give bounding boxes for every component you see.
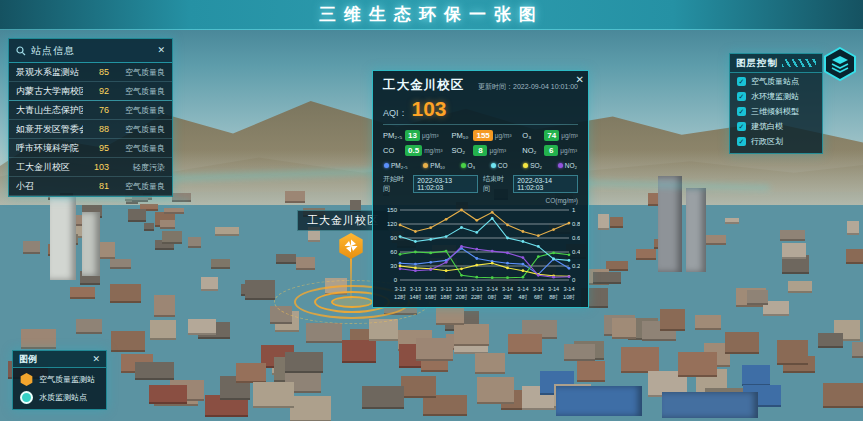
legend-dot bbox=[491, 163, 496, 168]
aqi-value: 103 bbox=[412, 97, 447, 121]
building-block bbox=[76, 319, 102, 334]
map-legend-panel: 图例 ✕ 空气质量监测站水质监测站点 bbox=[12, 350, 107, 410]
checkbox-checked-icon[interactable]: ✓ bbox=[737, 137, 746, 146]
layer-label: 行政区划 bbox=[751, 136, 783, 147]
chart-legend-item[interactable]: PM₂.₅ bbox=[384, 162, 408, 169]
chart-legend-item[interactable]: NO₂ bbox=[558, 162, 577, 169]
building-block bbox=[188, 237, 201, 248]
legend-item[interactable]: 水质监测站点 bbox=[13, 386, 106, 404]
building-block bbox=[201, 277, 218, 291]
building-block bbox=[660, 309, 685, 331]
station-status: 空气质量良 bbox=[113, 67, 165, 78]
svg-text:14时: 14时 bbox=[409, 294, 421, 300]
building-block bbox=[747, 290, 768, 305]
layer-panel-title: 图层控制 bbox=[736, 57, 778, 70]
svg-text:0.6: 0.6 bbox=[572, 235, 580, 241]
station-status: 轻度污染 bbox=[113, 162, 165, 173]
update-time: 更新时间：2022-09-04 10:01:00 bbox=[470, 82, 578, 92]
svg-text:0.2: 0.2 bbox=[572, 263, 580, 269]
pollutant-item: NO₂6μg/m³ bbox=[522, 145, 578, 156]
legend-item[interactable]: 空气质量监测站 bbox=[13, 368, 106, 386]
legend-label: CO bbox=[498, 162, 508, 169]
station-aqi-value: 92 bbox=[87, 86, 109, 96]
station-row[interactable]: 工大金川校区103轻度污染 bbox=[9, 158, 172, 177]
chart-legend-item[interactable]: SO₂ bbox=[523, 162, 542, 169]
pollutant-name: PM₁₀ bbox=[451, 131, 471, 140]
pollutant-unit: μg/m³ bbox=[561, 132, 578, 139]
close-icon[interactable]: ✕ bbox=[157, 46, 165, 55]
checkbox-checked-icon[interactable]: ✓ bbox=[737, 122, 746, 131]
layer-toggle-row[interactable]: ✓空气质量站点 bbox=[730, 73, 822, 88]
station-status: 空气质量良 bbox=[113, 181, 165, 192]
start-time-input[interactable]: 2022-03-13 11:02:03 bbox=[413, 175, 478, 193]
building-block bbox=[215, 227, 239, 236]
building-block bbox=[144, 223, 154, 231]
pollutant-name: CO bbox=[383, 146, 403, 155]
white-highrise-2 bbox=[82, 212, 100, 276]
svg-text:3-14: 3-14 bbox=[533, 286, 544, 292]
end-time-input[interactable]: 2022-03-14 11:02:03 bbox=[513, 175, 578, 193]
legend-dot bbox=[523, 163, 528, 168]
station-row[interactable]: 小召81空气质量良 bbox=[9, 177, 172, 196]
legend-dot bbox=[423, 163, 428, 168]
layer-toggle-row[interactable]: ✓行政区划 bbox=[730, 133, 822, 148]
layer-toggle-row[interactable]: ✓三维倾斜模型 bbox=[730, 103, 822, 118]
building-block bbox=[846, 249, 863, 264]
chart-legend-item[interactable]: PM₁₀ bbox=[423, 162, 445, 169]
checkbox-checked-icon[interactable]: ✓ bbox=[737, 77, 746, 86]
legend-dot bbox=[558, 163, 563, 168]
building-block bbox=[150, 320, 176, 340]
building-block bbox=[564, 344, 595, 361]
decorative-stripes bbox=[782, 59, 816, 67]
svg-text:3-14: 3-14 bbox=[487, 286, 498, 292]
layer-toggle-row[interactable]: ✓水环境监测站 bbox=[730, 88, 822, 103]
legend-panel-header: 图例 ✕ bbox=[13, 351, 106, 368]
checkbox-checked-icon[interactable]: ✓ bbox=[737, 92, 746, 101]
close-icon[interactable]: ✕ bbox=[576, 74, 584, 85]
station-row[interactable]: 景观水系监测站85空气质量良 bbox=[9, 63, 172, 82]
checkbox-checked-icon[interactable]: ✓ bbox=[737, 107, 746, 116]
legend-label: NO₂ bbox=[565, 162, 577, 169]
station-row[interactable]: 内蒙古大学南校区92空气质量良 bbox=[9, 82, 172, 101]
pinwheel-icon bbox=[344, 239, 358, 253]
layer-control-panel: 图层控制 ✓空气质量站点✓水环境监测站✓三维倾斜模型✓建筑白模✓行政区划 bbox=[729, 53, 823, 154]
end-time-label: 结束时间 bbox=[483, 174, 508, 194]
svg-text:18时: 18时 bbox=[440, 294, 452, 300]
building-block bbox=[577, 361, 605, 382]
svg-text:60: 60 bbox=[390, 249, 397, 255]
svg-text:20时: 20时 bbox=[456, 294, 468, 300]
chart-legend-item[interactable]: O₃ bbox=[461, 162, 476, 169]
station-panel-header: 站点信息 ✕ bbox=[9, 39, 172, 63]
layer-toggle-row[interactable]: ✓建筑白模 bbox=[730, 118, 822, 133]
station-panel-title: 站点信息 bbox=[31, 44, 152, 58]
building-block bbox=[401, 376, 436, 398]
layers-hexagon-icon[interactable] bbox=[822, 46, 858, 82]
station-row[interactable]: 大青山生态保护区76空气质量良 bbox=[9, 101, 172, 120]
layer-label: 空气质量站点 bbox=[751, 76, 799, 87]
station-name: 内蒙古大学南校区 bbox=[16, 85, 83, 98]
svg-text:3-14: 3-14 bbox=[502, 286, 513, 292]
pollutant-name: SO₂ bbox=[451, 146, 471, 155]
station-row[interactable]: 如意开发区管委会88空气质量良 bbox=[9, 120, 172, 139]
pollutant-name: NO₂ bbox=[522, 146, 542, 155]
station-row[interactable]: 呼市环境科学院95空气质量良 bbox=[9, 139, 172, 158]
svg-text:30: 30 bbox=[390, 263, 397, 269]
close-icon[interactable]: ✕ bbox=[92, 355, 100, 364]
building-block bbox=[188, 319, 216, 335]
right-axis-label: CO(mg/m³) bbox=[383, 197, 578, 204]
svg-text:3-14: 3-14 bbox=[517, 286, 528, 292]
pollutant-item: O₃74μg/m³ bbox=[522, 130, 578, 141]
gray-tower-right bbox=[658, 176, 682, 272]
chart-legend-item[interactable]: CO bbox=[491, 162, 508, 169]
layer-label: 三维倾斜模型 bbox=[751, 106, 799, 117]
svg-text:0: 0 bbox=[572, 277, 576, 283]
popup-header: 工大金川校区 更新时间：2022-09-04 10:01:00 bbox=[383, 77, 578, 94]
layer-panel-header: 图层控制 bbox=[730, 54, 822, 73]
building-block bbox=[23, 241, 40, 254]
building-block bbox=[818, 333, 843, 348]
svg-text:1: 1 bbox=[572, 207, 576, 213]
station-name: 如意开发区管委会 bbox=[16, 123, 83, 136]
pollutant-value-badge: 0.5 bbox=[405, 145, 422, 156]
search-icon bbox=[16, 46, 26, 56]
station-aqi-value: 76 bbox=[87, 105, 109, 115]
